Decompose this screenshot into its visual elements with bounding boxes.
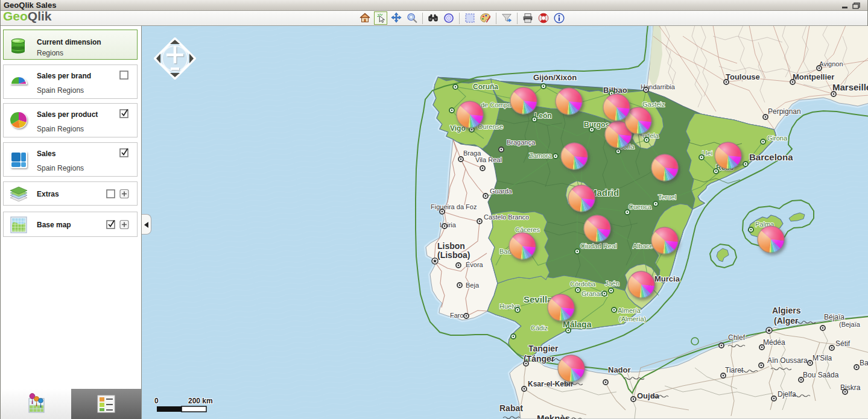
svg-text:Lisbon: Lisbon [437, 241, 465, 251]
svg-text:Marseille: Marseille [832, 82, 868, 92]
svg-text:Oujda: Oujda [637, 391, 660, 400]
svg-text:Nador: Nador [608, 365, 631, 374]
svg-text:(Almería): (Almería) [619, 315, 646, 323]
svg-text:Perpignan: Perpignan [768, 107, 801, 116]
svg-text:Chlef: Chlef [728, 333, 746, 342]
svg-text:Cuenca: Cuenca [629, 203, 652, 210]
svg-text:Béjaïa: Béjaïa [824, 313, 844, 321]
svg-text:Figueira da Foz: Figueira da Foz [431, 203, 477, 210]
svg-text:(Alger: (Alger [774, 316, 799, 326]
svg-text:Cáceres: Cáceres [515, 226, 540, 233]
svg-text:Sétif: Sétif [835, 339, 851, 348]
svg-text:Évora: Évora [466, 261, 484, 268]
svg-text:Zamora: Zamora [529, 152, 553, 159]
svg-text:Rabat: Rabat [499, 403, 523, 413]
svg-text:Faro: Faro [450, 312, 464, 319]
svg-text:Vila Real: Vila Real [475, 156, 502, 163]
svg-text:Almería: Almería [618, 307, 641, 314]
svg-text:Murcia: Murcia [654, 274, 680, 283]
svg-text:Ciudad Real: Ciudad Real [580, 242, 617, 250]
svg-text:0: 0 [154, 397, 159, 405]
svg-text:Toulouse: Toulouse [726, 72, 760, 81]
svg-text:Gasteiz: Gasteiz [642, 101, 665, 108]
svg-text:Bilbao: Bilbao [603, 86, 627, 95]
svg-text:Beja: Beja [466, 282, 480, 289]
svg-text:M'Sila: M'Sila [813, 354, 832, 362]
svg-text:Tangier: Tangier [528, 344, 559, 353]
svg-text:Albace: Albace [633, 242, 653, 250]
svg-text:Córdoba: Córdoba [570, 280, 596, 288]
svg-text:(Bejaïa: (Bejaïa [839, 321, 861, 328]
svg-text:Bragança: Bragança [507, 139, 536, 146]
svg-text:Teruel: Teruel [658, 194, 676, 201]
svg-text:Barcelona: Barcelona [749, 152, 793, 162]
svg-text:(Lisboa): (Lisboa) [437, 250, 470, 260]
svg-text:Castelo Branco: Castelo Branco [484, 213, 529, 221]
svg-text:Ourense: Ourense [478, 123, 503, 130]
svg-text:Avignon: Avignon [819, 60, 843, 68]
svg-text:Meknès: Meknès [537, 413, 570, 419]
svg-text:Gijón/Xixón: Gijón/Xixón [533, 73, 577, 82]
svg-text:Guarda: Guarda [490, 187, 513, 195]
svg-text:Burgos: Burgos [584, 121, 609, 129]
svg-text:Jaén: Jaén [605, 280, 619, 287]
svg-text:Coruña: Coruña [473, 83, 498, 91]
svg-text:Bou Saâda: Bou Saâda [803, 371, 839, 379]
svg-text:Girona: Girona [767, 134, 788, 142]
svg-text:Montpellier: Montpellier [793, 72, 834, 81]
svg-text:Tiaret: Tiaret [725, 366, 744, 374]
svg-text:Médéa: Médéa [763, 338, 785, 347]
svg-text:Algiers: Algiers [772, 306, 801, 315]
svg-text:Batn: Batn [860, 359, 868, 367]
svg-text:Djelfa: Djelfa [778, 390, 796, 399]
svg-text:Cádiz: Cádiz [531, 324, 548, 332]
svg-text:Aïn Oussara: Aïn Oussara [767, 356, 808, 365]
svg-text:200 km: 200 km [188, 397, 213, 405]
